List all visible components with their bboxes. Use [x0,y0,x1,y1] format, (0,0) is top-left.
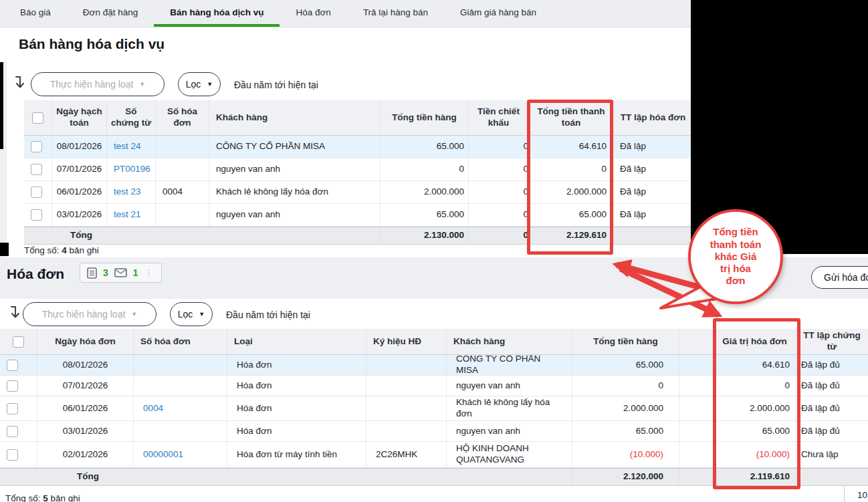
filter-dropdown[interactable]: Lọc ▼ [178,72,221,96]
row-checkbox[interactable] [31,141,42,152]
sales-table-cell-amount: 0 [381,158,469,180]
sales-table-cell-customer: CÔNG TY CỔ PHẦN MISA [209,136,381,158]
sales-table-cell-doc_no: test 23 [107,181,156,203]
invoice-table-cell-invoice_no: 0004 [134,396,227,420]
invoice-table-link-invoice_no[interactable]: 0004 [143,403,163,414]
invoice-table-cell-check [0,396,37,420]
batch-action-dropdown[interactable]: Thực hiện hàng loạt ▼ [23,302,156,326]
bubble-line: Tổng tiền [713,226,758,238]
invoice-status-badges[interactable]: 3 1 ⋮ [80,263,162,283]
sales-table-link-doc_no[interactable]: PT00196 [114,164,150,175]
sales-table-cell-invoice_no [156,158,209,180]
invoice-table-cell-status: Đã lập đủ [796,355,868,375]
row-checkbox[interactable] [7,449,18,461]
sales-table-cell-discount: 0 [469,136,529,158]
tab-tra-lai-hang-ban[interactable]: Trả lại hàng bán [347,0,444,27]
tab-hoa-don[interactable]: Hóa đơn [280,0,346,27]
page-size-value: 10 [857,490,867,500]
invoice-table-cell-date: 08/01/2026 [37,355,134,375]
invoice-table-header-symbol: Ký hiệu HĐ [366,329,447,354]
invoice-table-cell-customer: HỘ KINH DOANH QUATANGVANG [447,442,572,467]
invoice-table-header-date: Ngày hóa đơn [37,329,134,354]
record-count-label: Tổng số: [24,245,60,255]
row-checkbox[interactable] [31,186,42,198]
invoice-table-cell-symbol [366,421,447,441]
header-checkbox[interactable] [13,336,24,348]
sales-table-cell-discount: 0 [469,204,529,226]
row-checkbox[interactable] [31,209,42,221]
sales-table-link-doc_no[interactable]: test 24 [114,141,141,152]
header-checkbox[interactable] [32,112,43,124]
invoice-table-cell-type: Hóa đơn [227,396,366,420]
invoice-table-cell-check [0,355,37,375]
total-status [614,227,692,244]
invoice-table-link-invoice_no[interactable]: 00000001 [143,449,183,461]
chevron-down-icon: ▼ [131,311,137,318]
scroll-down-icon[interactable] [9,305,22,321]
sales-table-header-doc_no: Số chứng từ [107,100,156,135]
record-count-unit: bản ghi [51,493,80,502]
sales-table-header-discount: Tiền chiết khấu [469,100,529,135]
invoice-table-cell-symbol: 2C26MHK [366,442,447,467]
sales-table-link-doc_no[interactable]: test 23 [114,186,141,198]
filter-dropdown[interactable]: Lọc ▼ [170,302,213,326]
invoice-table-cell-customer: CÔNG TY CỔ PHẦN MISA [447,355,572,375]
tab-ban-hang-hoa-dich-vu[interactable]: Bán hàng hóa dịch vụ [154,0,280,27]
envelope-icon [114,268,127,277]
sales-table-cell-status: Đã lập [614,136,692,158]
invoice-table-cell-amount: (10.000) [572,442,679,467]
invoice-table-header-invoice_no: Số hóa đơn [134,329,227,354]
invoice-table-cell-date: 02/01/2026 [37,442,134,467]
document-icon [87,267,97,279]
sales-table-cell-check [24,181,52,203]
scroll-down-icon[interactable] [13,75,27,91]
sales-table-link-doc_no[interactable]: test 21 [114,209,141,221]
total-spacer [679,469,714,485]
bubble-line: khác Giá [715,251,757,263]
invoice-table-cell-amount: 0 [572,376,679,396]
invoice-table-cell-symbol [366,396,447,420]
sales-table-cell-date: 07/01/2026 [52,158,107,180]
sales-table-header-amount: Tổng tiền hàng [381,100,469,135]
invoice-table-cell-status: Đã lập đủ [796,376,868,396]
annotation-callout-bubble: Tổng tiền thanh toán khác Giá trị hóa đơ… [688,209,783,304]
period-label: Đầu năm tới hiện tại [234,80,318,90]
batch-action-label: Thực hiện hàng loạt [50,79,134,90]
sales-table-cell-invoice_no [156,136,209,158]
row-checkbox[interactable] [7,426,18,437]
page-size-select[interactable]: 10 [844,485,868,502]
total-label: Tổng [0,469,572,485]
sales-table-cell-customer: nguyen van anh [209,158,381,180]
sales-table-cell-doc_no: PT00196 [107,158,156,180]
tab-giam-gia-hang-ban[interactable]: Giảm giá hàng bán [444,0,552,27]
sales-table-cell-customer: nguyen van anh [209,204,381,226]
tab-bao-gia[interactable]: Báo giá [4,0,67,27]
invoice-table-cell-type: Hóa đơn từ máy tính tiền [227,442,366,467]
record-count-value: 4 [62,245,67,255]
row-checkbox[interactable] [7,403,18,414]
screenshot-artifact [0,62,3,149]
invoice-table-cell-status: Chưa lập [796,442,868,467]
send-invoice-button[interactable]: Gửi hóa đơn [811,266,868,289]
sales-table-cell-status: Đã lập [614,181,692,203]
bubble-line: trị hóa [720,263,751,275]
invoice-table-cell-type: Hóa đơn [227,355,366,375]
batch-action-dropdown[interactable]: Thực hiện hàng loạt ▼ [31,72,165,96]
invoice-table-cell-spacer [679,396,714,420]
invoice-table-cell-date: 06/01/2026 [37,396,134,420]
sales-table-header-check [24,100,52,135]
invoice-table-cell-invoice_no: 00000001 [134,442,227,467]
screenshot-artifact [0,243,9,256]
sales-table-header-invoice_no: Số hóa đơn [156,100,209,135]
invoice-table-cell-customer: nguyen van anh [447,376,572,396]
row-checkbox[interactable] [7,380,18,392]
invoice-table-cell-symbol [366,376,447,396]
total-discount: 0 [469,227,529,244]
tab-don-dat-hang[interactable]: Đơn đặt hàng [67,0,154,27]
row-checkbox[interactable] [31,164,42,175]
invoice-table-cell-invoice_no [134,355,227,375]
total-amount: 2.120.000 [572,469,679,485]
more-options-icon[interactable]: ⋮ [144,267,154,278]
row-checkbox[interactable] [7,360,18,371]
sales-record-count: Tổng số: 4 bản ghi [24,245,99,255]
